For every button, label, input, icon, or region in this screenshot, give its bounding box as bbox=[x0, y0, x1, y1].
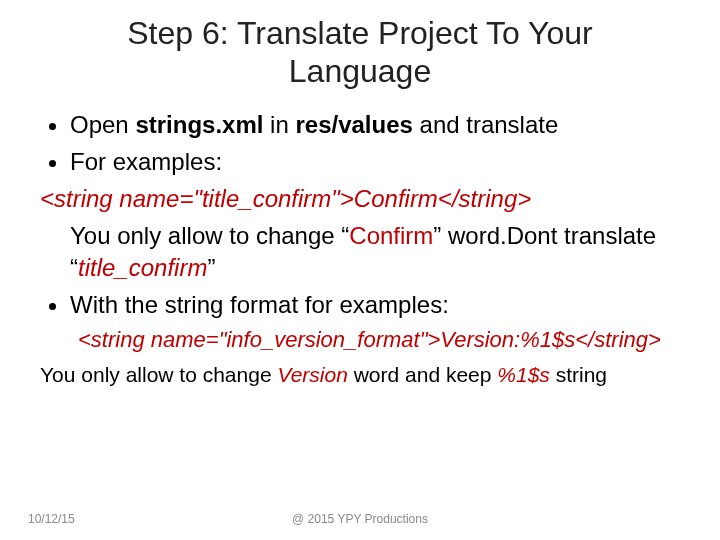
bullet-for-examples: For examples: bbox=[70, 146, 680, 177]
bullet-open-strings: Open strings.xml in res/values and trans… bbox=[70, 109, 680, 140]
bullet-string-format: With the string format for examples: bbox=[70, 289, 680, 320]
slide: Step 6: Translate Project To Your Langua… bbox=[0, 0, 720, 540]
slide-body: Open strings.xml in res/values and trans… bbox=[0, 91, 720, 388]
text: You only allow to change “ bbox=[70, 222, 349, 249]
note-version: You only allow to change Version word an… bbox=[40, 361, 680, 388]
filename-strings: strings.xml bbox=[135, 111, 263, 138]
code-example-2: <string name="info_version_format">Versi… bbox=[40, 326, 680, 355]
text: in bbox=[263, 111, 295, 138]
word-version: Version bbox=[277, 363, 347, 386]
footer: 10/12/15 @ 2015 YPY Productions bbox=[0, 512, 720, 526]
token-format: %1$s bbox=[497, 363, 550, 386]
slide-title: Step 6: Translate Project To Your Langua… bbox=[0, 0, 720, 91]
text: word and keep bbox=[348, 363, 497, 386]
footer-date: 10/12/15 bbox=[28, 512, 75, 526]
text: You only allow to change bbox=[40, 363, 277, 386]
attr-title-confirm: title_confirm bbox=[78, 254, 207, 281]
word-confirm: Confirm bbox=[349, 222, 433, 249]
footer-copyright: @ 2015 YPY Productions bbox=[0, 512, 720, 526]
code-example-1: <string name="title_confirm">Confirm</st… bbox=[40, 183, 680, 214]
text: and translate bbox=[413, 111, 558, 138]
note-confirm: You only allow to change “Confirm” word.… bbox=[40, 220, 680, 282]
text: ” bbox=[207, 254, 215, 281]
text: Open bbox=[70, 111, 135, 138]
text: string bbox=[550, 363, 607, 386]
path-res-values: res/values bbox=[295, 111, 412, 138]
